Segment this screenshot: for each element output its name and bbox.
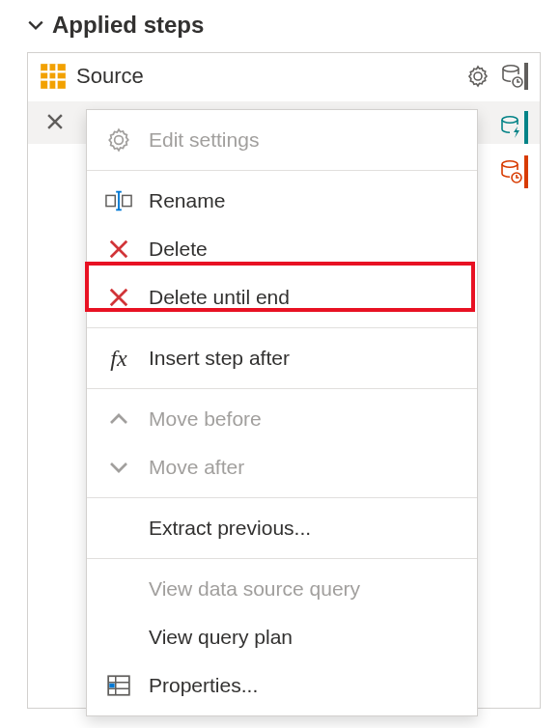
menu-move-after: Move after [87,443,477,491]
menu-properties[interactable]: Properties... [87,661,477,710]
chevron-up-icon [104,405,133,434]
menu-view-query-plan[interactable]: View query plan [87,613,477,661]
svg-point-6 [503,66,518,71]
properties-icon [104,671,133,700]
menu-label: Edit settings [149,128,259,152]
steps-panel: Source [27,52,541,709]
menu-delete-until-end[interactable]: Delete until end [87,273,477,322]
menu-label: Move after [149,456,244,479]
svg-point-9 [502,161,518,167]
blank-icon [104,574,133,603]
menu-edit-settings: Edit settings [87,116,477,164]
menu-delete[interactable]: Delete [87,225,477,273]
step-row-source[interactable]: Source [28,53,540,99]
svg-point-8 [502,117,518,123]
menu-label: Insert step after [149,347,290,370]
menu-label: View query plan [149,626,293,649]
svg-rect-20 [109,684,114,687]
chevron-down-icon [104,453,133,482]
db-icon-column [499,111,528,188]
menu-label: Properties... [149,674,258,697]
svg-rect-12 [123,195,131,206]
x-icon [104,235,133,264]
menu-label: View data source query [149,577,360,601]
applied-steps-header[interactable]: Applied steps [0,0,560,46]
menu-label: Delete until end [149,286,290,309]
menu-insert-step-after[interactable]: fx Insert step after [87,334,477,382]
x-icon [104,283,133,312]
menu-separator [87,497,477,498]
blank-icon [104,514,133,543]
context-menu: Edit settings Rename Delete [86,109,478,716]
menu-label: Move before [149,407,262,431]
gear-icon[interactable] [464,63,491,90]
table-icon [40,63,67,90]
menu-separator [87,388,477,389]
blank-icon [104,623,133,652]
database-clock-icon[interactable] [501,63,528,90]
menu-label: Rename [149,189,225,212]
menu-separator [87,558,477,559]
menu-move-before: Move before [87,395,477,443]
rename-icon [104,186,133,215]
menu-separator [87,170,477,171]
gear-icon [104,126,133,154]
panel-title: Applied steps [52,12,204,39]
fx-icon: fx [104,344,133,373]
delete-step-icon[interactable] [40,106,70,137]
menu-separator [87,327,477,328]
database-bolt-icon[interactable] [499,111,528,144]
database-clock-icon[interactable] [499,155,528,188]
menu-label: Delete [149,238,208,261]
menu-label: Extract previous... [149,517,311,540]
menu-extract-previous[interactable]: Extract previous... [87,504,477,552]
menu-rename[interactable]: Rename [87,177,477,225]
svg-rect-11 [106,195,115,206]
chevron-down-icon [27,16,44,34]
menu-view-data-source-query: View data source query [87,565,477,613]
step-name-source: Source [76,64,455,89]
